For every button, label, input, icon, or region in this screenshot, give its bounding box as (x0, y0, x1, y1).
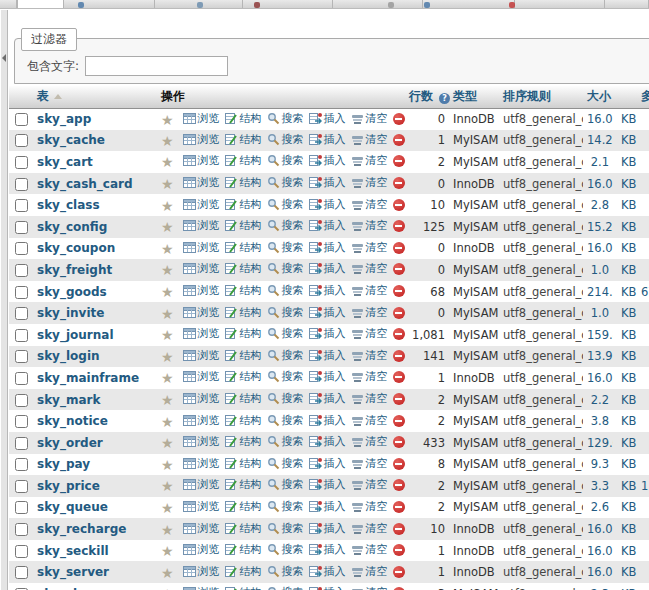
collation-cell[interactable]: utf8_general_ci (499, 561, 583, 583)
browse-action[interactable]: 浏览 (183, 305, 220, 320)
collation-cell[interactable]: utf8_general_ci (499, 367, 583, 389)
search-action[interactable]: 搜索 (267, 585, 304, 590)
structure-action[interactable]: 结构 (225, 348, 262, 363)
sort-by-collation-link[interactable]: 排序规则 (503, 89, 551, 103)
insert-action[interactable]: 插入 (309, 240, 346, 255)
nav-collapse-arrow-icon[interactable] (2, 54, 6, 62)
browse-action[interactable]: 浏览 (183, 391, 220, 406)
structure-action[interactable]: 结构 (225, 175, 262, 190)
select-table-checkbox[interactable] (15, 329, 28, 342)
select-table-checkbox[interactable] (15, 134, 28, 147)
table-name-link[interactable]: sky_coupon (37, 241, 115, 255)
structure-action[interactable]: 结构 (225, 218, 262, 233)
select-table-checkbox[interactable] (15, 566, 28, 579)
drop-action[interactable]: 删除 (393, 564, 405, 579)
favorite-star-icon[interactable]: ★ (161, 565, 174, 581)
sort-by-table-link[interactable]: 表 (37, 89, 49, 103)
insert-action[interactable]: 插入 (309, 456, 346, 471)
drop-action[interactable]: 删除 (393, 305, 405, 320)
collation-cell[interactable]: utf8_general_ci (499, 497, 583, 519)
insert-action[interactable]: 插入 (309, 413, 346, 428)
collation-cell[interactable]: utf8_general_ci (499, 324, 583, 346)
table-name-link[interactable]: sky_freight (37, 263, 112, 277)
table-name-link[interactable]: sky_price (37, 479, 100, 493)
favorite-star-icon[interactable]: ★ (161, 370, 174, 386)
empty-action[interactable]: 清空 (351, 585, 388, 590)
collation-cell[interactable]: utf8_general_ci (499, 216, 583, 238)
collation-cell[interactable]: utf8_general_ci (499, 130, 583, 152)
select-table-checkbox[interactable] (15, 458, 28, 471)
select-table-checkbox[interactable] (15, 286, 28, 299)
select-table-checkbox[interactable] (15, 178, 28, 191)
browse-action[interactable]: 浏览 (183, 499, 220, 514)
insert-action[interactable]: 插入 (309, 218, 346, 233)
favorite-star-icon[interactable]: ★ (161, 500, 174, 516)
drop-action[interactable]: 删除 (393, 521, 405, 536)
drop-action[interactable]: 删除 (393, 456, 405, 471)
structure-action[interactable]: 结构 (225, 477, 262, 492)
select-table-checkbox[interactable] (15, 437, 28, 450)
structure-action[interactable]: 结构 (225, 132, 262, 147)
insert-action[interactable]: 插入 (309, 197, 346, 212)
browse-action[interactable]: 浏览 (183, 564, 220, 579)
favorite-star-icon[interactable]: ★ (161, 133, 174, 149)
collation-cell[interactable]: utf8_general_ci (499, 410, 583, 432)
table-name-link[interactable]: sky_recharge (37, 522, 126, 536)
collation-cell[interactable]: utf8_general_ci (499, 432, 583, 454)
insert-action[interactable]: 插入 (309, 391, 346, 406)
search-action[interactable]: 搜索 (267, 369, 304, 384)
table-name-link[interactable]: sky_goods (37, 285, 107, 299)
favorite-star-icon[interactable]: ★ (161, 457, 174, 473)
sort-by-type-link[interactable]: 类型 (453, 89, 477, 103)
empty-action[interactable]: 清空 (351, 521, 388, 536)
structure-action[interactable]: 结构 (225, 391, 262, 406)
table-name-link[interactable]: sky_login (37, 349, 100, 363)
insert-action[interactable]: 插入 (309, 369, 346, 384)
select-table-checkbox[interactable] (15, 242, 28, 255)
insert-action[interactable]: 插入 (309, 499, 346, 514)
favorite-star-icon[interactable]: ★ (161, 306, 174, 322)
table-name-link[interactable]: sky_mark (37, 393, 100, 407)
empty-action[interactable]: 清空 (351, 348, 388, 363)
search-action[interactable]: 搜索 (267, 413, 304, 428)
structure-action[interactable]: 结构 (225, 413, 262, 428)
search-action[interactable]: 搜索 (267, 477, 304, 492)
structure-action[interactable]: 结构 (225, 564, 262, 579)
favorite-star-icon[interactable]: ★ (161, 522, 174, 538)
drop-action[interactable]: 删除 (393, 240, 405, 255)
browse-action[interactable]: 浏览 (183, 542, 220, 557)
drop-action[interactable]: 删除 (393, 370, 405, 385)
search-action[interactable]: 搜索 (267, 499, 304, 514)
search-action[interactable]: 搜索 (267, 391, 304, 406)
collation-cell[interactable]: utf8_general_ci (499, 173, 583, 195)
favorite-star-icon[interactable]: ★ (161, 176, 174, 192)
drop-action[interactable]: 删除 (393, 176, 405, 191)
favorite-star-icon[interactable]: ★ (161, 154, 174, 170)
favorite-star-icon[interactable]: ★ (161, 327, 174, 343)
table-name-link[interactable]: sky_server (37, 565, 109, 579)
select-table-checkbox[interactable] (15, 350, 28, 363)
favorite-star-icon[interactable]: ★ (161, 392, 174, 408)
select-table-checkbox[interactable] (15, 113, 28, 126)
collation-cell[interactable]: utf8_general_ci (499, 389, 583, 411)
table-name-link[interactable]: sky_notice (37, 414, 108, 428)
search-action[interactable]: 搜索 (267, 218, 304, 233)
insert-action[interactable]: 插入 (309, 564, 346, 579)
select-table-checkbox[interactable] (15, 221, 28, 234)
insert-action[interactable]: 插入 (309, 283, 346, 298)
collation-cell[interactable]: utf8_general_ci (499, 583, 583, 590)
drop-action[interactable]: 删除 (393, 499, 405, 514)
search-action[interactable]: 搜索 (267, 240, 304, 255)
collation-cell[interactable]: utf8_general_ci (499, 151, 583, 173)
browse-action[interactable]: 浏览 (183, 111, 220, 126)
empty-action[interactable]: 清空 (351, 111, 388, 126)
table-name-link[interactable]: sky_seckill (37, 544, 109, 558)
collation-cell[interactable]: utf8_general_ci (499, 281, 583, 303)
tab-stub[interactable] (423, 0, 515, 8)
search-action[interactable]: 搜索 (267, 175, 304, 190)
collation-cell[interactable]: utf8_general_ci (499, 518, 583, 540)
insert-action[interactable]: 插入 (309, 305, 346, 320)
empty-action[interactable]: 清空 (351, 261, 388, 276)
browse-action[interactable]: 浏览 (183, 283, 220, 298)
insert-action[interactable]: 插入 (309, 477, 346, 492)
